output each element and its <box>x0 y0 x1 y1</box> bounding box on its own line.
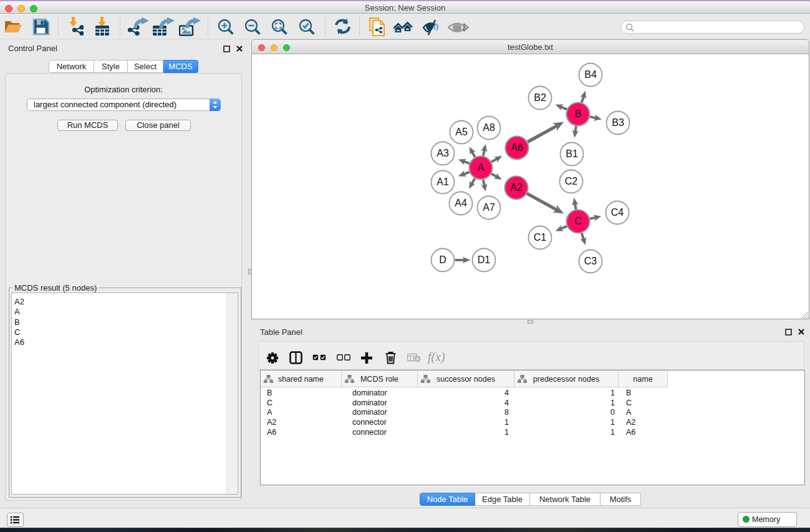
svg-text:A6: A6 <box>511 142 523 153</box>
svg-text:B2: B2 <box>534 92 546 103</box>
svg-text:B: B <box>575 109 582 119</box>
svg-text:B1: B1 <box>566 148 578 159</box>
svg-text:B4: B4 <box>584 69 597 80</box>
svg-text:A7: A7 <box>483 202 495 213</box>
svg-text:A2: A2 <box>510 182 523 193</box>
svg-text:C2: C2 <box>565 176 578 186</box>
svg-text:B3: B3 <box>612 117 624 128</box>
svg-text:C4: C4 <box>611 207 624 218</box>
svg-text:A8: A8 <box>483 122 495 133</box>
svg-text:D: D <box>439 254 446 265</box>
svg-text:A: A <box>478 162 485 173</box>
svg-text:C: C <box>574 216 582 226</box>
svg-text:D1: D1 <box>478 254 491 265</box>
svg-text:A5: A5 <box>455 127 468 137</box>
svg-text:A4: A4 <box>455 198 467 208</box>
svg-text:A1: A1 <box>436 177 449 187</box>
svg-text:A3: A3 <box>436 148 449 158</box>
svg-text:C3: C3 <box>584 256 597 266</box>
svg-text:C1: C1 <box>534 232 547 243</box>
